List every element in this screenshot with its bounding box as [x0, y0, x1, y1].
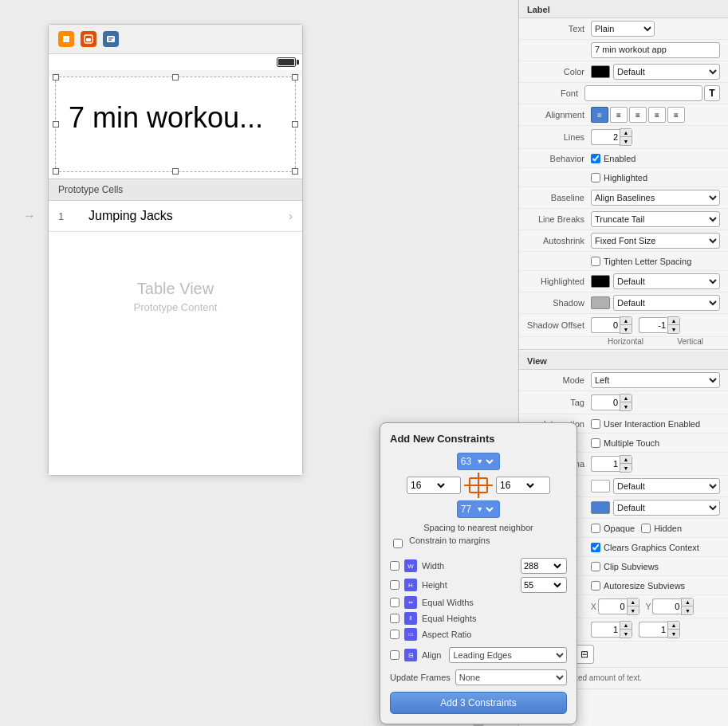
width-checkbox[interactable]	[390, 561, 399, 571]
mode-select[interactable]: Left	[591, 372, 720, 388]
align-select[interactable]: Leading Edges	[449, 647, 567, 663]
y-up[interactable]: ▲	[682, 598, 693, 606]
shadow-h-down[interactable]: ▼	[620, 325, 632, 333]
baseline-select[interactable]: Align Baselines	[591, 190, 720, 206]
color-select[interactable]: Default	[613, 64, 720, 80]
opaque-checkbox[interactable]	[591, 524, 600, 533]
x-input[interactable]	[598, 598, 627, 614]
height-checkbox[interactable]	[390, 580, 399, 590]
font-type-button[interactable]: T	[704, 85, 720, 101]
highlighted-color-swatch[interactable]	[591, 275, 610, 288]
opaque-row: Opaque	[591, 524, 635, 533]
bg-color-swatch[interactable]	[591, 480, 610, 493]
resize-handle[interactable]	[53, 168, 59, 175]
lines-row: Lines ▲ ▼	[519, 126, 728, 149]
tighten-checkbox[interactable]	[591, 257, 600, 266]
resize-handle[interactable]	[172, 74, 179, 80]
color-swatch[interactable]	[591, 65, 610, 78]
shadow-select[interactable]: Default	[613, 295, 720, 311]
table-row[interactable]: → 1 Jumping Jacks ›	[49, 201, 302, 232]
x-down[interactable]: ▼	[628, 606, 639, 614]
top-dropdown[interactable]: ▼	[473, 457, 496, 466]
add-constraints-button[interactable]: Add 3 Constraints	[390, 692, 567, 714]
font-input[interactable]: Avenir Medium 40.0	[584, 85, 702, 101]
left-dropdown[interactable]: ▼	[433, 481, 447, 490]
w-down[interactable]: ▼	[620, 630, 632, 638]
highlighted-checkbox[interactable]	[591, 173, 600, 182]
resize-handle[interactable]	[53, 74, 59, 80]
autoshrink-select[interactable]: Fixed Font Size	[591, 233, 720, 249]
bg-color-select[interactable]: Default	[613, 478, 720, 494]
shadow-h-input[interactable]	[591, 317, 620, 333]
equal-heights-checkbox[interactable]	[390, 614, 399, 623]
w-input[interactable]	[591, 622, 620, 638]
resize-handle[interactable]	[292, 74, 298, 80]
prototype-cells-header: Prototype Cells	[49, 179, 302, 201]
h-down[interactable]: ▼	[668, 630, 679, 638]
left-value[interactable]	[411, 480, 433, 491]
tag-down[interactable]: ▼	[620, 402, 632, 410]
row-number: 1	[58, 210, 82, 222]
clears-graphics-checkbox[interactable]	[591, 543, 600, 552]
shadow-v-down[interactable]: ▼	[668, 325, 679, 333]
resize-handle[interactable]	[292, 121, 298, 128]
resize-handle[interactable]	[53, 121, 59, 128]
line-breaks-select[interactable]: Truncate Tail	[591, 211, 720, 227]
width-input[interactable]	[524, 561, 549, 571]
hidden-checkbox[interactable]	[641, 524, 651, 533]
align-natural-button[interactable]: ≡	[667, 107, 685, 123]
right-value[interactable]	[500, 480, 522, 491]
aspect-ratio-checkbox[interactable]	[390, 630, 399, 639]
user-interaction-checkbox[interactable]	[591, 419, 600, 429]
h-up[interactable]: ▲	[668, 622, 679, 630]
constrain-margins-checkbox[interactable]	[393, 539, 403, 548]
bg-color-control: Default	[591, 478, 720, 494]
clip-subviews-checkbox[interactable]	[591, 562, 600, 571]
shadow-h-up[interactable]: ▲	[620, 317, 632, 325]
color-label: Color	[527, 67, 591, 77]
equal-widths-icon: ⇔	[404, 596, 417, 609]
shadow-v-stepper: ▲ ▼	[639, 316, 680, 334]
align-left-button[interactable]: ≡	[591, 107, 608, 123]
tag-input[interactable]	[591, 394, 620, 410]
align-right-button[interactable]: ≡	[629, 107, 647, 123]
resize-handle[interactable]	[292, 168, 298, 175]
y-input[interactable]	[652, 598, 681, 614]
enabled-checkbox[interactable]	[591, 154, 600, 163]
align-center-button[interactable]: ≡	[610, 107, 628, 123]
alpha-down[interactable]: ▼	[620, 464, 632, 472]
equal-widths-checkbox[interactable]	[390, 598, 399, 607]
align-checkbox[interactable]	[390, 650, 399, 660]
resize-handle[interactable]	[172, 168, 179, 175]
shadow-v-up[interactable]: ▲	[668, 317, 679, 325]
width-dropdown[interactable]: ▼	[551, 561, 564, 571]
text-type-select[interactable]: Plain	[591, 21, 655, 37]
tighten-label: Tighten Letter Spacing	[604, 257, 691, 266]
alpha-input[interactable]	[591, 456, 620, 472]
height-input[interactable]	[524, 580, 549, 590]
y-down[interactable]: ▼	[682, 606, 693, 614]
shadow-v-input[interactable]	[639, 317, 667, 333]
tag-up[interactable]: ▲	[620, 394, 632, 402]
alpha-up[interactable]: ▲	[620, 456, 632, 464]
bottom-dropdown[interactable]: ▼	[473, 504, 496, 514]
h-input[interactable]	[639, 622, 667, 638]
multiple-touch-checkbox[interactable]	[591, 438, 600, 448]
grid-tool[interactable]: ⊟	[575, 645, 594, 664]
width-icon: W	[404, 559, 417, 572]
autoresize-checkbox[interactable]	[591, 581, 600, 591]
right-dropdown[interactable]: ▼	[522, 481, 537, 490]
height-dropdown[interactable]: ▼	[551, 580, 564, 590]
tint-select[interactable]: Default	[613, 500, 720, 516]
w-up[interactable]: ▲	[620, 622, 632, 630]
text-content-display[interactable]: 7 min workout app	[591, 42, 720, 58]
update-frames-select[interactable]: None	[455, 669, 567, 685]
highlighted-color-select[interactable]: Default	[613, 273, 720, 289]
x-up[interactable]: ▲	[628, 598, 639, 606]
tint-swatch[interactable]	[591, 501, 610, 514]
align-justified-button[interactable]: ≡	[648, 107, 666, 123]
lines-input[interactable]	[591, 129, 620, 145]
lines-up-button[interactable]: ▲	[620, 129, 632, 137]
shadow-color-swatch[interactable]	[591, 296, 610, 309]
lines-down-button[interactable]: ▼	[620, 137, 632, 145]
